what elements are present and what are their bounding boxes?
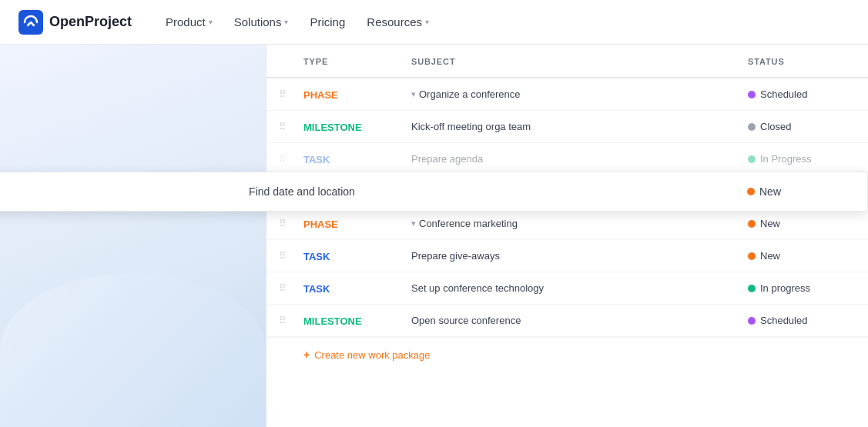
table-row[interactable]: ⠿ TASK Prepare agenda In Progress [266, 143, 868, 175]
status-text: Scheduled [760, 88, 807, 100]
subject-text: Prepare agenda [411, 153, 483, 165]
cell-status: Scheduled [748, 88, 856, 100]
status-dot [748, 220, 756, 228]
status-dot [748, 91, 756, 98]
cell-subject: ▾ Organize a conference [411, 88, 748, 100]
logo-text: OpenProject [49, 14, 132, 30]
cell-status: New [748, 250, 856, 262]
cell-subject: Open source conference [411, 315, 748, 326]
subject-text: Conference marketing [419, 218, 518, 229]
nav-item-product[interactable]: Product ▾ [156, 9, 222, 35]
type-label: MILESTONE [303, 122, 362, 133]
cell-subject: Kick-off meeting orga team [411, 121, 748, 132]
chevron-down-icon: ▾ [425, 18, 429, 26]
subject-text: Kick-off meeting orga team [411, 121, 531, 132]
type-label: PHASE [303, 89, 338, 101]
cell-status: In progress [748, 282, 856, 294]
cell-type: TASK [303, 152, 411, 166]
cell-subject: Set up conference technology [411, 282, 748, 294]
cell-type: PHASE [303, 88, 411, 102]
status-dot-highlighted [747, 188, 755, 195]
cell-status: Scheduled [748, 315, 856, 326]
highlighted-subject: Find date and location [0, 185, 747, 198]
highlighted-status: New [747, 185, 855, 198]
subject-text: Set up conference technology [411, 282, 544, 294]
drag-handle: ⠿ [279, 250, 303, 262]
col-header-type: TYPE [303, 57, 328, 66]
type-label: MILESTONE [303, 315, 362, 327]
highlighted-dragging-row[interactable]: ⠿ TASK Find date and location New [0, 172, 868, 212]
drag-handle: ⠿ [279, 88, 303, 100]
nav-links: Product ▾ Solutions ▾ Pricing Resources … [156, 9, 438, 35]
status-dot [748, 317, 756, 325]
table-row[interactable]: ⠿ MILESTONE Kick-off meeting orga team C… [266, 111, 868, 143]
chevron-down-icon: ▾ [209, 18, 213, 26]
cell-type: MILESTONE [303, 314, 411, 328]
status-dot [748, 155, 756, 163]
status-dot [748, 285, 756, 292]
status-text: Scheduled [760, 315, 807, 326]
logo-icon [18, 10, 43, 35]
expand-icon[interactable]: ▾ [411, 89, 416, 99]
nav-item-pricing[interactable]: Pricing [300, 9, 354, 35]
nav-item-solutions[interactable]: Solutions ▾ [225, 9, 298, 35]
cell-type: TASK [303, 249, 411, 263]
status-text: In progress [760, 282, 810, 294]
cell-type: MILESTONE [303, 120, 411, 134]
drag-handle: ⠿ [279, 315, 303, 326]
create-new-label: Create new work package [314, 349, 430, 361]
work-package-table: TYPE SUBJECT STATUS ⠿ PHASE ▾ Organize a… [266, 45, 868, 427]
sidebar-decoration [0, 45, 266, 427]
status-text: New [760, 218, 780, 229]
cell-subject: Prepare give-aways [411, 250, 748, 262]
drag-handle: ⠿ [279, 153, 303, 165]
status-text: New [760, 250, 780, 262]
cell-type: PHASE [303, 217, 411, 231]
table-row[interactable]: ⠿ TASK Prepare give-aways New [266, 240, 868, 272]
cell-subject: ▾ Conference marketing [411, 218, 748, 229]
subject-text: Prepare give-aways [411, 250, 500, 262]
nav-label-product: Product [166, 15, 206, 28]
expand-icon[interactable]: ▾ [411, 219, 416, 229]
drag-handle: ⠿ [279, 282, 303, 294]
logo-link[interactable]: OpenProject [18, 10, 132, 35]
cell-type: TASK [303, 282, 411, 295]
highlighted-status-text: New [759, 185, 781, 198]
table-row[interactable]: ⠿ MILESTONE Open source conference Sched… [266, 305, 868, 337]
drag-handle: ⠿ [279, 218, 303, 229]
status-text: In Progress [760, 153, 811, 165]
type-label: TASK [303, 283, 330, 295]
type-label: PHASE [303, 219, 338, 230]
status-text: Closed [760, 121, 791, 132]
table-row[interactable]: ⠿ PHASE ▾ Conference marketing New [266, 208, 868, 240]
nav-label-pricing: Pricing [310, 15, 345, 28]
table-row[interactable]: ⠿ PHASE ▾ Organize a conference Schedule… [266, 78, 868, 111]
table-row[interactable]: ⠿ TASK Set up conference technology In p… [266, 272, 868, 305]
cell-subject: Prepare agenda [411, 153, 748, 165]
cell-status: In Progress [748, 153, 856, 165]
plus-icon: + [303, 349, 310, 361]
subject-text: Organize a conference [419, 88, 521, 100]
subject-text: Open source conference [411, 315, 521, 326]
drag-handle: ⠿ [279, 121, 303, 132]
col-header-status: STATUS [748, 57, 785, 66]
nav-label-solutions: Solutions [234, 15, 282, 28]
nav-label-resources: Resources [367, 15, 422, 28]
main-content: TYPE SUBJECT STATUS ⠿ PHASE ▾ Organize a… [0, 45, 868, 427]
navbar: OpenProject Product ▾ Solutions ▾ Pricin… [0, 0, 868, 45]
cell-status: Closed [748, 121, 856, 132]
type-label: TASK [303, 154, 330, 165]
nav-item-resources[interactable]: Resources ▾ [357, 9, 438, 35]
col-header-subject: SUBJECT [411, 57, 456, 66]
type-label: TASK [303, 251, 330, 262]
chevron-down-icon: ▾ [284, 18, 288, 26]
status-dot [748, 252, 756, 260]
status-dot [748, 123, 756, 131]
table-header: TYPE SUBJECT STATUS [266, 45, 868, 78]
create-new-work-package[interactable]: + Create new work package [266, 337, 868, 372]
cell-status: New [748, 218, 856, 229]
